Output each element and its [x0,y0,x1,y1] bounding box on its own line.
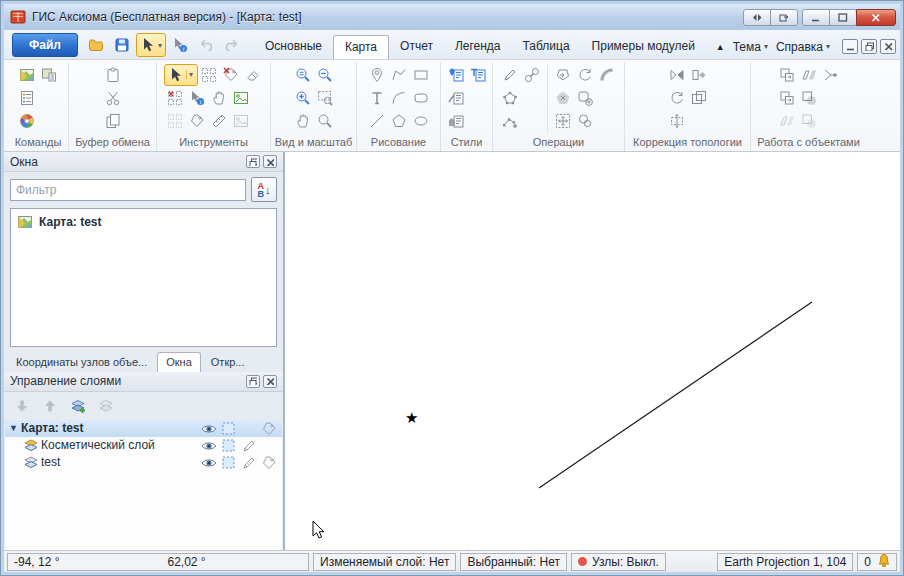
edit-layers-button[interactable] [96,396,116,416]
snap-nodes-icon[interactable] [688,64,710,86]
minimize-button[interactable] [802,9,830,26]
projection-field[interactable]: Earth Projection 1, 104 [717,553,853,571]
tab-osnovnye[interactable]: Основные [254,35,333,59]
send-backward-icon[interactable] [776,87,798,109]
visibility-eye-icon[interactable] [198,421,218,435]
text-style-icon[interactable] [467,64,489,86]
open-button[interactable] [84,33,108,57]
collapse-twisty-icon[interactable]: ▼ [9,423,21,433]
tab-tablica[interactable]: Таблица [512,35,581,59]
flip-objects-icon[interactable] [666,64,688,86]
select-grid-icon[interactable] [164,110,186,132]
add-layer-button[interactable] [68,396,88,416]
color-palette-icon[interactable] [16,110,38,132]
polygon-icon[interactable] [388,110,410,132]
line-style-icon[interactable] [445,87,467,109]
help-menu[interactable]: Справка▾ [776,40,830,54]
zoom-in-icon[interactable] [292,87,314,109]
tab-otkrytye[interactable]: Откр... [203,353,253,372]
eraser-icon[interactable] [242,64,264,86]
paste-icon[interactable] [102,64,124,86]
rounded-rectangle-icon[interactable] [410,87,432,109]
file-menu-button[interactable]: Файл [12,33,78,57]
duplicate-shape-icon[interactable] [574,87,596,109]
theme-menu[interactable]: Тема▾ [733,40,768,54]
split-objects-icon[interactable] [798,64,820,86]
document-minimize-button[interactable] [842,39,858,54]
title-bar[interactable]: ГИС Аксиома (Бесплатная версия) - [Карта… [4,4,900,30]
info-tool-quick-button[interactable] [168,33,192,57]
tab-okna[interactable]: Окна [157,352,201,372]
copy-icon[interactable] [102,110,124,132]
rotate-topology-icon[interactable] [666,87,688,109]
reshape-polygon-icon[interactable] [499,87,521,109]
map-line-object[interactable] [285,152,900,550]
editable-pencil-icon[interactable] [238,438,258,452]
rotate-object-icon[interactable] [552,64,574,86]
layers-panel-float-button[interactable] [246,375,260,388]
zoom-window-icon[interactable] [314,87,336,109]
rectangle-icon[interactable] [410,64,432,86]
combine-objects-icon[interactable] [574,110,596,132]
pan-hand-icon[interactable] [292,110,314,132]
selectable-checkbox-icon[interactable] [218,455,238,469]
select-group-icon[interactable] [198,64,220,86]
sort-alphabetical-button[interactable]: AB ↓ [251,177,277,202]
prev-next-window-button[interactable] [743,9,771,26]
maximize-button[interactable] [829,9,857,26]
selectable-checkbox-icon[interactable] [218,421,238,435]
select-tool-button[interactable]: ▾ [164,64,198,86]
point-symbol-icon[interactable] [366,64,388,86]
move-layer-up-button[interactable] [40,396,60,416]
undo-button[interactable] [194,33,218,57]
tab-koordinaty-uzlov[interactable]: Координаты узлов объе... [8,353,155,372]
tab-legenda[interactable]: Легенда [444,35,512,59]
tree-row-cosmetic-layer[interactable]: Косметический слой [5,437,282,454]
image-tool-icon[interactable] [230,110,252,132]
tab-karta[interactable]: Карта [333,35,389,59]
filter-input[interactable] [10,179,246,201]
tree-row-map-test[interactable]: ▼ Карта: test [5,420,282,437]
open-table-icon[interactable] [16,87,38,109]
move-object-icon[interactable] [552,110,574,132]
region-style-icon[interactable] [445,110,467,132]
selectable-checkbox-icon[interactable] [218,438,238,452]
grab-object-icon[interactable] [208,87,230,109]
point-style-icon[interactable] [445,64,467,86]
selected-field[interactable]: Выбранный: Нет [460,553,567,571]
merge-areas-icon[interactable] [798,87,820,109]
close-button[interactable] [856,9,896,26]
windows-panel-close-button[interactable] [263,155,277,168]
visibility-eye-icon[interactable] [198,455,218,469]
remove-labels-icon[interactable] [220,64,242,86]
smooth-line-icon[interactable] [596,64,618,86]
tab-primery-modulej[interactable]: Примеры модулей [581,35,706,59]
clear-selection-icon[interactable] [164,87,186,109]
info-tool-icon[interactable] [186,87,208,109]
measure-ruler-icon[interactable] [208,110,230,132]
redo-button[interactable] [220,33,244,57]
select-tool-quick-button[interactable]: ▾ [136,33,166,57]
bring-forward-icon[interactable] [776,64,798,86]
map-with-legend-icon[interactable] [38,64,60,86]
new-map-window-icon[interactable] [16,64,38,86]
editable-layer-field[interactable]: Изменяемый слой: Нет [313,553,456,571]
zoom-out-icon[interactable] [314,64,336,86]
add-intersection-node-icon[interactable] [820,64,842,86]
cut-icon[interactable] [102,87,124,109]
line-icon[interactable] [366,110,388,132]
offset-copy-icon[interactable] [688,87,710,109]
ellipse-icon[interactable] [410,110,432,132]
attach-link-icon[interactable] [521,64,543,86]
zoom-selected-icon[interactable] [314,110,336,132]
nodes-field[interactable]: Узлы: Выкл. [571,553,666,571]
arc-icon[interactable] [388,87,410,109]
labels-tag-icon[interactable] [258,455,278,469]
select-by-image-icon[interactable] [230,87,252,109]
zoom-by-list-icon[interactable] [292,64,314,86]
rotate-frame-icon[interactable] [574,64,596,86]
layers-panel-close-button[interactable] [263,375,277,388]
notifications-field[interactable]: 0 [857,553,897,571]
labels-tag-icon[interactable] [258,421,278,435]
split-line-icon[interactable] [776,110,798,132]
